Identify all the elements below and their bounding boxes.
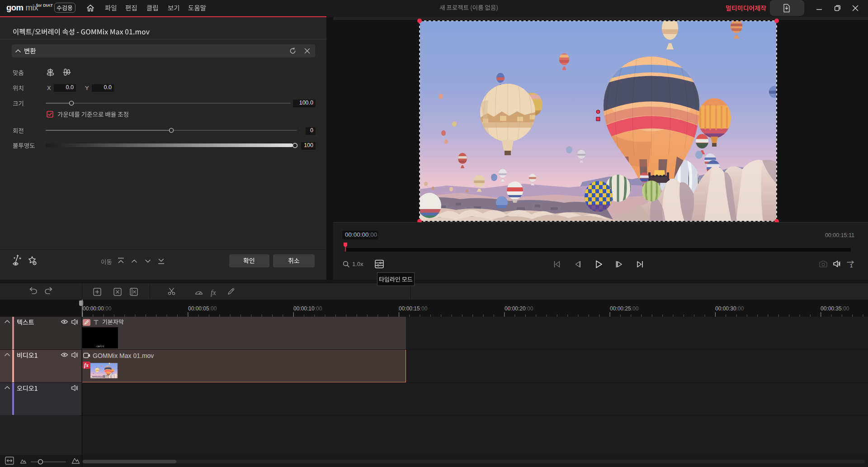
svg-text:1: 1 xyxy=(850,263,853,268)
